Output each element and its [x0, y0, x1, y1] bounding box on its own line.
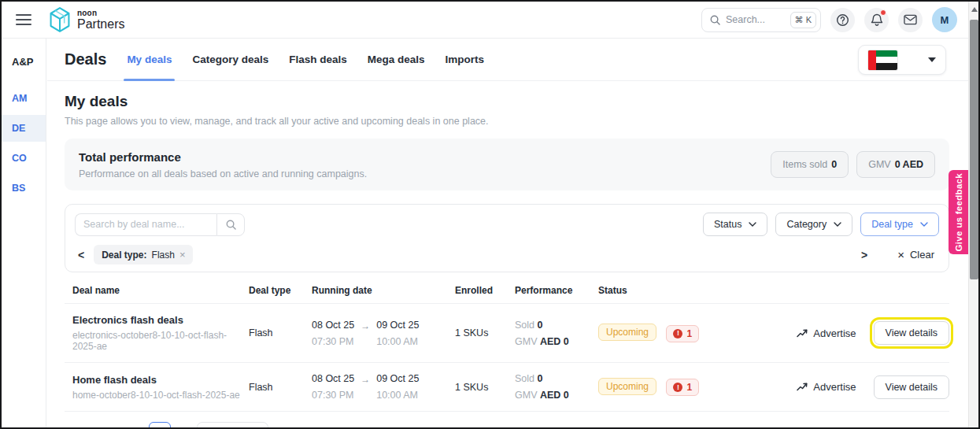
global-search[interactable]: ⌘ K	[701, 8, 821, 32]
end-time: 10:00 AM	[376, 336, 419, 347]
deal-slug: home-october8-10-10-oct-flash-2025-ae	[72, 390, 249, 401]
mail-icon	[904, 14, 917, 25]
top-bar: noon Partners ⌘ K	[2, 2, 968, 39]
deal-search-button[interactable]	[216, 213, 245, 236]
sidebar-section-label: A&P	[2, 39, 46, 82]
view-details-button-highlighted[interactable]: View details	[874, 321, 949, 345]
pagination-page-1[interactable]: 1	[149, 422, 171, 427]
view-details-button[interactable]: View details	[874, 375, 949, 399]
deal-search	[75, 213, 245, 236]
chips-scroll-left-icon[interactable]: <	[75, 249, 87, 261]
page-subtitle: This page allows you to view, manage, an…	[65, 116, 949, 127]
deal-type-filter-dropdown[interactable]: Deal type	[860, 213, 939, 236]
header-deal-type: Deal type	[249, 285, 312, 296]
sidebar-item-am[interactable]: AM	[2, 85, 46, 112]
messages-button[interactable]	[898, 8, 923, 32]
chevron-down-icon	[749, 222, 756, 227]
app-window: noon Partners ⌘ K	[0, 0, 980, 429]
scrollbar-thumb[interactable]	[970, 20, 978, 279]
alert-badge[interactable]: ! 1	[666, 325, 699, 342]
logo-cube-icon	[49, 7, 71, 32]
advertise-button[interactable]: Advertise	[797, 327, 856, 339]
header-deal-name: Deal name	[65, 285, 249, 296]
end-date: 09 Oct 25	[376, 320, 419, 331]
sidebar-item-bs[interactable]: BS	[2, 175, 46, 202]
uae-flag-icon	[868, 50, 897, 70]
alert-icon: !	[673, 383, 682, 392]
logo-text-partners: Partners	[77, 18, 124, 31]
status-badge: Upcoming	[598, 324, 656, 341]
total-items-label: Total 2 items	[65, 427, 122, 428]
alert-badge[interactable]: ! 1	[666, 379, 699, 396]
global-search-input[interactable]	[726, 14, 785, 25]
notifications-button[interactable]	[864, 8, 889, 32]
logo-text-noon: noon	[77, 9, 124, 17]
chips-scroll-right-icon[interactable]: >	[858, 249, 871, 261]
search-icon	[710, 15, 720, 25]
tab-category-deals[interactable]: Category deals	[192, 39, 268, 80]
trending-up-icon	[797, 329, 808, 338]
caret-down-icon	[928, 57, 936, 62]
deal-name: Home flash deals	[72, 374, 249, 386]
table-row: Electronics flash deals electronics-octo…	[65, 304, 949, 363]
main-area: Deals My deals Category deals Flash deal…	[47, 39, 968, 427]
end-date: 09 Oct 25	[376, 373, 419, 384]
clear-filters-button[interactable]: × Clear	[897, 248, 934, 261]
header-performance: Performance	[515, 285, 598, 296]
deal-search-input[interactable]	[75, 213, 216, 236]
performance-title: Total performance	[79, 150, 367, 164]
gmv-line: GMV AED 0	[515, 390, 598, 401]
search-icon	[226, 220, 236, 230]
start-time: 07:30 PM	[312, 336, 354, 347]
active-tab-underline	[124, 79, 175, 81]
table-header: Deal name Deal type Running date Enrolle…	[65, 277, 949, 304]
deal-slug: electronics-october8-10-10-oct-flash-202…	[72, 330, 249, 352]
items-sold-pill: Items sold 0	[771, 151, 849, 178]
pagination-prev-icon[interactable]: <	[132, 427, 139, 428]
arrow-right-icon: →	[361, 320, 370, 331]
pagination: Total 2 items < 1 > 20 / page	[65, 422, 949, 427]
advertise-button[interactable]: Advertise	[797, 381, 856, 393]
chevron-down-icon	[920, 222, 928, 227]
deal-name: Electronics flash deals	[72, 314, 249, 326]
sidebar-item-de[interactable]: DE	[2, 115, 46, 142]
gmv-pill: GMV 0 AED	[856, 151, 935, 178]
arrow-right-icon: →	[361, 374, 370, 385]
start-time: 07:30 PM	[312, 390, 354, 401]
status-filter-dropdown[interactable]: Status	[703, 213, 767, 236]
sidebar-item-co[interactable]: CO	[2, 145, 46, 172]
notification-dot	[880, 9, 886, 16]
page-size-selector[interactable]: 20 / page	[197, 422, 268, 427]
give-feedback-button[interactable]: Give us feedback	[949, 170, 968, 254]
filter-chip-deal-type[interactable]: Deal type: Flash ×	[94, 245, 193, 264]
tab-imports[interactable]: Imports	[446, 39, 485, 80]
tab-bar: Deals My deals Category deals Flash deal…	[47, 39, 968, 81]
tab-my-deals[interactable]: My deals	[127, 39, 172, 80]
tab-flash-deals[interactable]: Flash deals	[289, 39, 347, 80]
pagination-next-icon[interactable]: >	[181, 427, 187, 428]
noon-partners-logo[interactable]: noon Partners	[49, 7, 124, 32]
sidebar: A&P AM DE CO BS	[2, 39, 46, 427]
enrolled-skus: 1 SKUs	[455, 382, 515, 393]
country-selector[interactable]	[858, 45, 946, 75]
deal-type: Flash	[249, 382, 312, 393]
header-enrolled: Enrolled	[455, 285, 515, 296]
user-avatar[interactable]: M	[932, 7, 957, 32]
vertical-scrollbar[interactable]	[968, 2, 978, 427]
help-button[interactable]	[830, 8, 855, 32]
chip-remove-icon[interactable]: ×	[179, 249, 186, 261]
tab-mega-deals[interactable]: Mega deals	[368, 39, 425, 80]
category-filter-dropdown[interactable]: Category	[775, 213, 852, 236]
trending-up-icon	[797, 383, 808, 391]
sold-line: Sold 0	[515, 320, 598, 331]
hamburger-menu-icon[interactable]	[16, 14, 31, 25]
performance-subtitle: Performance on all deals based on active…	[79, 168, 367, 179]
section-title: Deals	[65, 50, 106, 68]
page-title: My deals	[65, 93, 949, 110]
scrollbar-up-arrow-icon[interactable]	[971, 7, 978, 12]
header-status: Status	[598, 285, 740, 296]
start-date: 08 Oct 25	[312, 373, 354, 384]
gmv-line: GMV AED 0	[515, 336, 598, 347]
filters-panel: Status Category Deal type	[65, 204, 949, 272]
enrolled-skus: 1 SKUs	[455, 327, 515, 338]
